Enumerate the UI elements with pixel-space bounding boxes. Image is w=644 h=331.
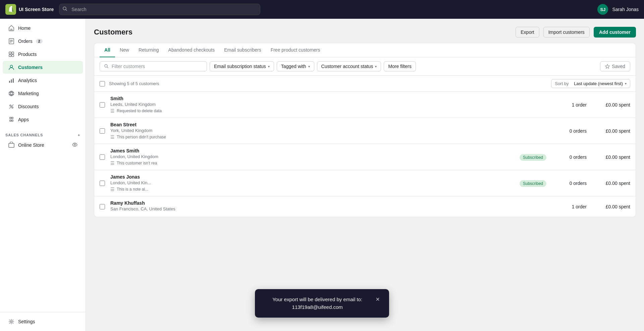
add-customer-button[interactable]: Add customer bbox=[594, 27, 636, 38]
store-logo[interactable]: UI Screen Store bbox=[5, 4, 54, 15]
sidebar-item-analytics[interactable]: Analytics bbox=[3, 74, 83, 87]
apps-icon bbox=[8, 116, 15, 123]
svg-rect-11 bbox=[9, 81, 10, 83]
tab-email-subscribers[interactable]: Email subscribers bbox=[219, 43, 266, 57]
customer-orders: 1 order bbox=[546, 102, 587, 108]
toast-text: Your export will be delivered by email t… bbox=[264, 296, 370, 311]
tabs: All New Returning Abandoned checkouts Em… bbox=[94, 43, 636, 57]
sales-channels-label: SALES CHANNELS bbox=[5, 133, 43, 137]
customer-note: ☰ This is a note al... bbox=[110, 187, 514, 192]
sidebar-label-orders: Orders bbox=[18, 39, 33, 44]
sidebar-item-home[interactable]: Home bbox=[3, 22, 83, 35]
svg-rect-12 bbox=[11, 79, 12, 83]
row-checkbox[interactable] bbox=[100, 154, 105, 160]
customer-orders: 0 orders bbox=[546, 128, 587, 134]
sidebar-item-discounts[interactable]: Discounts bbox=[3, 100, 83, 113]
sidebar-bottom: Settings bbox=[0, 312, 86, 331]
customer-note: ☰ This person didn't purchase bbox=[110, 134, 541, 140]
tagged-with-filter[interactable]: Tagged with ▾ bbox=[277, 61, 314, 71]
filter-search-container bbox=[100, 61, 207, 71]
row-checkbox[interactable] bbox=[100, 102, 105, 108]
sidebar-label-discounts: Discounts bbox=[18, 104, 39, 109]
tab-free-product[interactable]: Free product customers bbox=[266, 43, 325, 57]
global-search-input[interactable] bbox=[59, 4, 260, 15]
row-checkbox[interactable] bbox=[100, 128, 105, 134]
email-subscription-filter[interactable]: Email subscription status ▾ bbox=[210, 61, 274, 71]
export-button[interactable]: Export bbox=[516, 27, 539, 38]
filters-row: Email subscription status ▾ Tagged with … bbox=[94, 57, 636, 76]
customer-note: ☰ Requested to delete data bbox=[110, 108, 541, 114]
select-all-checkbox[interactable] bbox=[100, 81, 105, 86]
sidebar-label-analytics: Analytics bbox=[18, 78, 37, 83]
search-icon bbox=[62, 6, 68, 13]
row-checkbox[interactable] bbox=[100, 204, 105, 209]
saved-button[interactable]: Saved bbox=[600, 61, 630, 71]
table-row[interactable]: Ramy Khuffash San Francisco, CA, United … bbox=[94, 196, 636, 217]
tab-abandoned[interactable]: Abandoned checkouts bbox=[164, 43, 220, 57]
tab-returning[interactable]: Returning bbox=[134, 43, 164, 57]
row-checkbox[interactable] bbox=[100, 181, 105, 186]
customer-badge: Subscribed bbox=[520, 154, 546, 160]
customer-location: San Francisco, CA, United States bbox=[110, 206, 541, 211]
svg-marker-22 bbox=[605, 64, 610, 68]
sidebar-item-products[interactable]: Products bbox=[3, 48, 83, 61]
customer-location: London, United Kin... bbox=[110, 180, 514, 185]
customers-table: Smith Leeds, United Kingdom ☰ Requested … bbox=[94, 92, 636, 217]
customer-info: James Smith London, United Kingdom ☰ Thi… bbox=[110, 148, 514, 166]
customer-spent: £0.00 spent bbox=[587, 204, 630, 209]
home-icon bbox=[8, 25, 15, 31]
sidebar-item-settings[interactable]: Settings bbox=[3, 315, 83, 328]
table-row[interactable]: Bean Street York, United Kingdom ☰ This … bbox=[94, 118, 636, 144]
star-icon bbox=[605, 64, 610, 69]
svg-rect-7 bbox=[12, 52, 14, 54]
note-icon: ☰ bbox=[110, 187, 115, 192]
customers-icon bbox=[8, 64, 15, 71]
table-row[interactable]: Smith Leeds, United Kingdom ☰ Requested … bbox=[94, 92, 636, 118]
svg-rect-9 bbox=[12, 55, 14, 57]
store-name: UI Screen Store bbox=[19, 7, 54, 12]
customer-orders: 1 order bbox=[546, 204, 587, 209]
svg-point-20 bbox=[11, 321, 12, 323]
sidebar-item-apps[interactable]: Apps bbox=[3, 113, 83, 126]
products-icon bbox=[8, 51, 15, 58]
add-sales-channel-icon[interactable]: + bbox=[78, 133, 80, 137]
customer-info: Bean Street York, United Kingdom ☰ This … bbox=[110, 122, 541, 140]
svg-point-16 bbox=[12, 107, 13, 108]
filter-customers-input[interactable] bbox=[112, 64, 203, 69]
toast-close-button[interactable]: × bbox=[376, 296, 380, 303]
marketing-icon bbox=[8, 90, 15, 97]
top-bar-right: SJ Sarah Jonas bbox=[597, 4, 639, 15]
customer-orders: 0 orders bbox=[546, 154, 587, 160]
sidebar-label-home: Home bbox=[18, 25, 31, 31]
sort-select[interactable]: Sort by Last update (newest first) ▾ bbox=[551, 79, 630, 88]
sidebar-item-marketing[interactable]: Marketing bbox=[3, 87, 83, 100]
sidebar-item-orders[interactable]: Orders 2 bbox=[3, 35, 83, 48]
avatar: SJ bbox=[597, 4, 608, 15]
svg-rect-13 bbox=[13, 78, 14, 83]
customer-name: Smith bbox=[110, 96, 541, 101]
search-container bbox=[59, 4, 260, 15]
tab-all[interactable]: All bbox=[100, 43, 115, 57]
content-area: Customers Export Import customers Add cu… bbox=[86, 19, 644, 331]
sidebar-label-marketing: Marketing bbox=[18, 91, 39, 96]
customer-info: James Jonas London, United Kin... ☰ This… bbox=[110, 174, 514, 192]
svg-point-19 bbox=[74, 144, 75, 145]
sales-channels-header: SALES CHANNELS + bbox=[0, 129, 86, 138]
sidebar-item-online-store[interactable]: Online Store bbox=[3, 139, 83, 151]
customer-name: James Jonas bbox=[110, 174, 514, 180]
import-customers-button[interactable]: Import customers bbox=[543, 27, 590, 38]
customer-note: ☰ This customer isn't rea bbox=[110, 160, 514, 166]
tab-new[interactable]: New bbox=[115, 43, 134, 57]
toast-overlay: Your export will be delivered by email t… bbox=[255, 289, 389, 318]
table-row[interactable]: James Smith London, United Kingdom ☰ Thi… bbox=[94, 144, 636, 170]
sidebar-item-customers[interactable]: Customers bbox=[3, 61, 83, 74]
customer-spent: £0.00 spent bbox=[587, 102, 630, 108]
top-bar: UI Screen Store SJ Sarah Jonas bbox=[0, 0, 644, 19]
account-status-filter[interactable]: Customer account status ▾ bbox=[317, 61, 381, 71]
showing-count: Showing 5 of 5 customers bbox=[109, 81, 159, 86]
customer-name: Bean Street bbox=[110, 122, 541, 127]
table-row[interactable]: James Jonas London, United Kin... ☰ This… bbox=[94, 170, 636, 196]
page-header: Customers Export Import customers Add cu… bbox=[94, 27, 636, 38]
note-icon: ☰ bbox=[110, 134, 115, 140]
more-filters-button[interactable]: More filters bbox=[384, 61, 416, 71]
